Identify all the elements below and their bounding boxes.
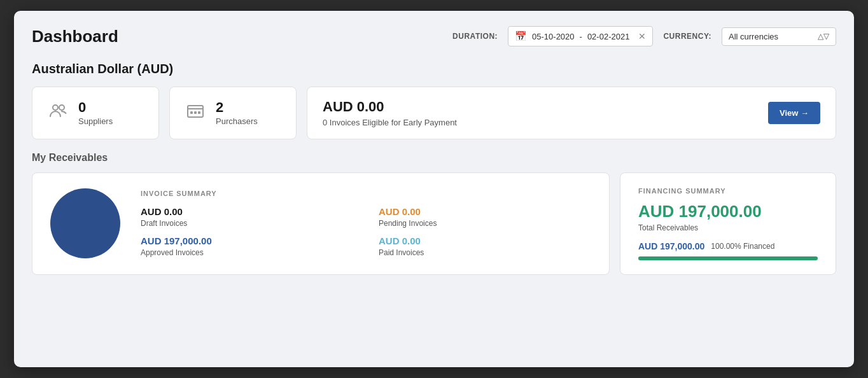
- dashboard-window: Dashboard DURATION: 📅 05-10-2020 - 02-02…: [14, 11, 854, 367]
- invoice-eligible-card: AUD 0.00 0 Invoices Eligible for Early P…: [307, 87, 836, 139]
- suppliers-label: Suppliers: [78, 116, 113, 126]
- invoice-info: AUD 0.00 0 Invoices Eligible for Early P…: [323, 99, 457, 127]
- financing-label: Total Receivables: [638, 223, 818, 232]
- purchasers-label: Purchasers: [216, 116, 258, 126]
- suppliers-icon: [48, 101, 68, 125]
- svg-rect-3: [190, 111, 193, 114]
- paid-invoices: AUD 0.00 Paid Invoices: [379, 235, 591, 257]
- approved-amount: AUD 197,000.00: [141, 235, 353, 247]
- pending-label: Pending Invoices: [379, 219, 591, 228]
- summary-grid: AUD 0.00 Draft Invoices AUD 0.00 Pending…: [141, 206, 591, 257]
- header: Dashboard DURATION: 📅 05-10-2020 - 02-02…: [32, 26, 836, 46]
- progress-bar-background: [638, 256, 818, 260]
- svg-point-1: [59, 105, 64, 110]
- pending-amount: AUD 0.00: [379, 206, 591, 218]
- progress-bar-fill: [638, 256, 818, 260]
- currency-value: All currencies: [729, 32, 778, 41]
- close-icon[interactable]: ✕: [638, 31, 646, 41]
- duration-separator: -: [580, 32, 582, 41]
- svg-point-0: [53, 105, 58, 110]
- draft-invoices: AUD 0.00 Draft Invoices: [141, 206, 353, 228]
- receivables-grid: INVOICE SUMMARY AUD 0.00 Draft Invoices …: [32, 172, 836, 275]
- financed-pct: 100.00% Financed: [711, 242, 774, 251]
- duration-input[interactable]: 📅 05-10-2020 - 02-02-2021 ✕: [508, 26, 653, 46]
- financing-title: FINANCING SUMMARY: [638, 187, 818, 195]
- suppliers-card: 0 Suppliers: [32, 87, 159, 139]
- top-cards: 0 Suppliers 2 Purchasers: [32, 87, 836, 139]
- receivables-title: My Receivables: [32, 152, 836, 164]
- svg-rect-5: [198, 111, 200, 114]
- purchasers-card: 2 Purchasers: [169, 87, 297, 139]
- financing-summary-card: FINANCING SUMMARY AUD 197,000.00 Total R…: [620, 172, 836, 275]
- invoice-amount: AUD 0.00: [323, 99, 457, 115]
- arrows-icon: △▽: [818, 32, 829, 41]
- approved-invoices: AUD 197,000.00 Approved Invoices: [141, 235, 353, 257]
- suppliers-count: 0: [78, 100, 113, 115]
- invoice-summary: INVOICE SUMMARY AUD 0.00 Draft Invoices …: [141, 190, 591, 257]
- invoice-summary-title: INVOICE SUMMARY: [141, 190, 591, 197]
- duration-start: 05-10-2020: [532, 32, 575, 41]
- draft-label: Draft Invoices: [141, 219, 353, 228]
- financed-amount: AUD 197,000.00: [638, 241, 704, 251]
- suppliers-info: 0 Suppliers: [78, 100, 113, 126]
- view-button[interactable]: View →: [768, 102, 820, 124]
- purchasers-icon: [185, 101, 206, 125]
- donut-chart: [50, 188, 120, 258]
- header-controls: DURATION: 📅 05-10-2020 - 02-02-2021 ✕ CU…: [452, 26, 836, 46]
- paid-amount: AUD 0.00: [379, 235, 591, 247]
- invoice-desc: 0 Invoices Eligible for Early Payment: [323, 118, 457, 127]
- paid-label: Paid Invoices: [379, 248, 591, 257]
- duration-end: 02-02-2021: [587, 32, 630, 41]
- draft-amount: AUD 0.00: [141, 206, 353, 218]
- financing-financed-row: AUD 197,000.00 100.00% Financed: [638, 241, 818, 251]
- purchasers-count: 2: [216, 100, 258, 115]
- currency-section-title: Australian Dollar (AUD): [32, 62, 836, 76]
- pending-invoices: AUD 0.00 Pending Invoices: [379, 206, 591, 228]
- financing-total: AUD 197,000.00: [638, 202, 818, 221]
- calendar-icon: 📅: [515, 31, 527, 42]
- duration-label: DURATION:: [452, 32, 498, 41]
- page-title: Dashboard: [32, 27, 452, 46]
- approved-label: Approved Invoices: [141, 248, 353, 257]
- svg-rect-4: [194, 111, 197, 114]
- currency-select[interactable]: All currencies △▽: [722, 27, 836, 46]
- invoice-summary-card: INVOICE SUMMARY AUD 0.00 Draft Invoices …: [32, 172, 610, 275]
- purchasers-info: 2 Purchasers: [216, 100, 258, 126]
- currency-label: CURRENCY:: [663, 32, 711, 41]
